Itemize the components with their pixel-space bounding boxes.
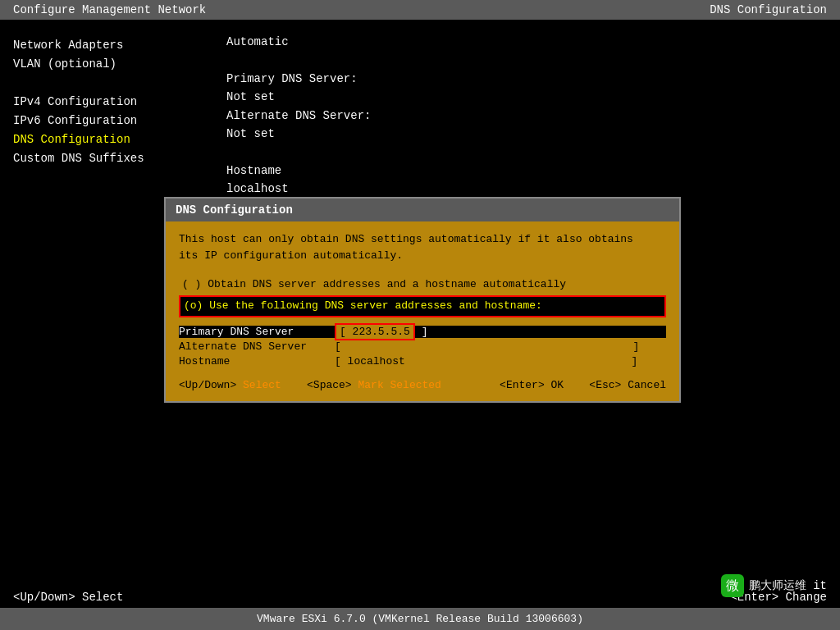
hostname-spacer — [412, 355, 625, 368]
primary-input[interactable]: [ 223.5.5.5 — [335, 323, 415, 340]
modal-desc: This host can only obtain DNS settings a… — [179, 231, 666, 263]
modal-title: DNS Configuration — [166, 199, 679, 221]
sidebar-item-custom-dns[interactable]: Custom DNS Suffixes — [13, 149, 210, 168]
primary-value: [ 223.5.5.5 ] — [335, 326, 666, 338]
primary-label: Primary DNS Server — [179, 326, 335, 338]
footer-text: VMware ESXi 6.7.0 (VMKernel Release Buil… — [257, 613, 583, 625]
hostname-bracket-close: ] — [631, 355, 637, 368]
shortcut-updown-group: <Up/Down> Select <Space> Mark Selected — [179, 379, 441, 391]
shortcut-enter-group: <Enter> OK <Esc> Cancel — [500, 379, 666, 391]
bottom-left: <Up/Down> Select — [13, 591, 123, 604]
rp-spacer1 — [226, 51, 827, 69]
alternate-input[interactable]: [ — [335, 340, 341, 353]
sidebar-spacer1 — [13, 74, 210, 93]
alternate-bracket-close: ] — [632, 340, 639, 353]
alternate-label: Alternate DNS Server — [179, 340, 335, 353]
mark-action: Mark Selected — [358, 379, 441, 391]
form-row-alternate[interactable]: Alternate DNS Server [ ] — [179, 340, 666, 353]
bottom-bar: <Up/Down> Select <Enter> Change — [0, 587, 840, 607]
esc-key: <Esc> — [589, 379, 621, 391]
alternate-spacer — [348, 340, 627, 353]
watermark: 微 鹏大师运维 it — [721, 574, 827, 597]
hostname-input[interactable]: [ localhost — [335, 355, 405, 368]
sidebar-item-ipv4[interactable]: IPv4 Configuration — [13, 93, 210, 112]
form-fields: Primary DNS Server [ 223.5.5.5 ] Alterna… — [179, 326, 666, 368]
hostname-label: Hostname — [179, 355, 335, 368]
sidebar-item-vlan[interactable]: VLAN (optional) — [13, 55, 210, 74]
sidebar-item-network-adapters[interactable]: Network Adapters — [13, 36, 210, 55]
rp-primary-label: Primary DNS Server: — [226, 70, 827, 88]
footer: VMware ESXi 6.7.0 (VMKernel Release Buil… — [0, 608, 840, 630]
rp-hostname-label: Hostname — [226, 162, 827, 180]
sidebar-item-ipv6[interactable]: IPv6 Configuration — [13, 112, 210, 130]
space-key: <Space> — [307, 379, 352, 391]
enter-key: <Enter> — [500, 379, 545, 391]
form-row-hostname[interactable]: Hostname [ localhost ] — [179, 355, 666, 368]
rp-alternate-value: Not set — [226, 125, 827, 143]
rp-spacer2 — [226, 143, 827, 161]
radio-auto[interactable]: ( ) Obtain DNS server addresses and a ho… — [179, 275, 666, 295]
ok-action[interactable]: OK — [551, 379, 564, 391]
rp-alternate-label: Alternate DNS Server: — [226, 107, 827, 125]
select-action: Select — [243, 379, 281, 391]
modal-shortcuts: <Up/Down> Select <Space> Mark Selected <… — [179, 379, 666, 391]
rp-automatic: Automatic — [226, 33, 827, 51]
wechat-icon: 微 — [721, 574, 744, 597]
rp-hostname-value: localhost — [226, 180, 827, 198]
modal-desc-line1: This host can only obtain DNS settings a… — [179, 233, 633, 245]
modal-desc-line2: its IP configuration automatically. — [179, 249, 403, 262]
header-left: Configure Management Network — [13, 3, 206, 16]
form-row-primary[interactable]: Primary DNS Server [ 223.5.5.5 ] — [179, 326, 666, 338]
radio-manual[interactable]: (o) Use the following DNS server address… — [179, 295, 666, 317]
primary-bracket-close: ] — [422, 326, 428, 338]
modal-body: This host can only obtain DNS settings a… — [166, 221, 679, 401]
dns-config-modal: DNS Configuration This host can only obt… — [164, 197, 681, 403]
hostname-value: [ localhost ] — [335, 355, 666, 368]
cancel-action[interactable]: Cancel — [628, 379, 666, 391]
rp-primary-value: Not set — [226, 88, 827, 106]
header-right: DNS Configuration — [710, 3, 827, 16]
updown-key: <Up/Down> — [179, 379, 236, 391]
sidebar-item-dns[interactable]: DNS Configuration — [13, 130, 210, 149]
top-bar: Configure Management Network DNS Configu… — [0, 0, 840, 20]
watermark-text: 鹏大师运维 it — [749, 578, 827, 593]
alternate-value: [ ] — [335, 340, 666, 353]
radio-options: ( ) Obtain DNS server addresses and a ho… — [179, 275, 666, 317]
